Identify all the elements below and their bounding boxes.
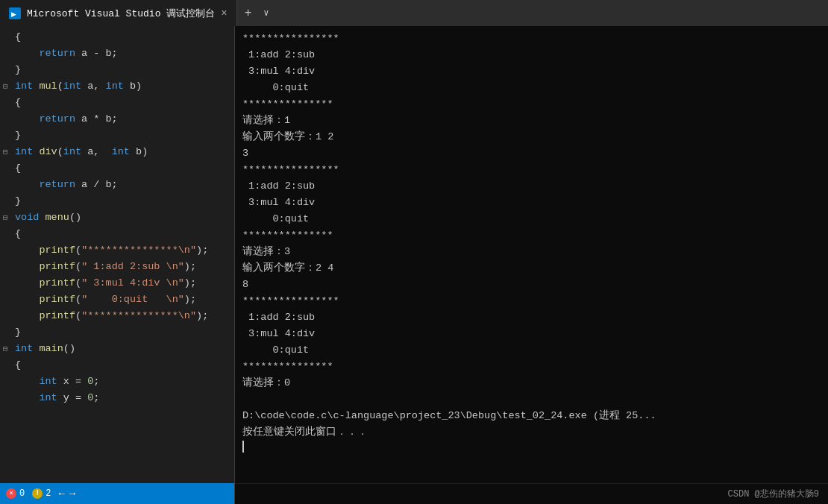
code-line: printf(" 0:quit \n"); xyxy=(0,292,234,308)
warning-count: 2 xyxy=(46,488,51,499)
fold-icon xyxy=(3,177,15,193)
terminal-line: 请选择：1 xyxy=(242,113,821,129)
tab-dropdown-button[interactable]: ∨ xyxy=(259,0,273,26)
svg-text:▶: ▶ xyxy=(11,10,16,18)
error-icon: ✕ xyxy=(6,488,16,499)
terminal-output[interactable]: **************** 1:add 2:sub 3:mul 4:div… xyxy=(235,26,828,483)
terminal-line: 0:quit xyxy=(242,80,821,96)
fold-icon xyxy=(3,127,15,144)
fold-icon xyxy=(3,95,15,111)
terminal-line: 0:quit xyxy=(242,342,821,359)
terminal-line: 3 xyxy=(242,145,821,162)
terminal-line: 8 xyxy=(242,277,821,293)
code-line: printf(" 1:add 2:sub \n"); xyxy=(0,259,234,275)
terminal-panel: **************** 1:add 2:sub 3:mul 4:div… xyxy=(235,26,828,504)
fold-icon xyxy=(3,275,15,292)
terminal-line: **************** xyxy=(242,31,821,47)
terminal-line: *************** xyxy=(242,359,821,375)
code-line: { xyxy=(0,160,234,177)
code-line: printf("***************\n"); xyxy=(0,308,234,324)
terminal-line: 1:add 2:sub xyxy=(242,309,821,326)
code-editor[interactable]: { return a - b; } ⊟ int mul(int a, int b… xyxy=(0,26,234,483)
terminal-line: 输入两个数字：1 2 xyxy=(242,129,821,145)
code-line: return a * b; xyxy=(0,111,234,127)
terminal-line: *************** xyxy=(242,96,821,113)
fold-icon xyxy=(3,324,15,341)
tab-label: Microsoft Visual Studio 调试控制台 xyxy=(27,7,215,20)
warning-status[interactable]: ! 2 xyxy=(32,488,51,499)
fold-icon[interactable]: ⊟ xyxy=(3,341,15,357)
terminal-line: 3:mul 4:div xyxy=(242,63,821,80)
fold-icon xyxy=(3,193,15,210)
code-line: } xyxy=(0,193,234,210)
active-tab[interactable]: ▶ Microsoft Visual Studio 调试控制台 × xyxy=(0,0,237,26)
tab-vs-icon: ▶ xyxy=(9,7,21,19)
status-bar: ✕ 0 ! 2 ← → xyxy=(0,483,234,504)
code-panel: { return a - b; } ⊟ int mul(int a, int b… xyxy=(0,26,235,504)
code-line: printf("***************\n"); xyxy=(0,242,234,259)
navigation-buttons: ← → xyxy=(58,488,75,500)
cursor xyxy=(242,441,244,453)
code-line: ⊟ int main() xyxy=(0,341,234,357)
back-button[interactable]: ← xyxy=(58,488,64,500)
fold-icon xyxy=(3,242,15,259)
code-line: ⊟ int div(int a, int b) xyxy=(0,144,234,160)
terminal-line xyxy=(242,391,821,408)
terminal-footer: CSDN @悲伤的猪大肠9 xyxy=(235,483,828,504)
watermark-text: CSDN @悲伤的猪大肠9 xyxy=(728,488,819,500)
terminal-line: 按任意键关闭此窗口．．． xyxy=(242,424,821,441)
code-line: { xyxy=(0,95,234,111)
terminal-line: 输入两个数字：2 4 xyxy=(242,260,821,277)
fold-icon[interactable] xyxy=(3,29,15,45)
fold-icon xyxy=(3,308,15,324)
fold-icon xyxy=(3,111,15,127)
fold-icon xyxy=(3,45,15,62)
code-line: printf(" 3:mul 4:div \n"); xyxy=(0,275,234,292)
new-tab-button[interactable]: + xyxy=(237,0,260,26)
error-status[interactable]: ✕ 0 xyxy=(6,488,25,499)
fold-icon xyxy=(3,292,15,308)
fold-icon[interactable]: ⊟ xyxy=(3,78,15,95)
tab-close-button[interactable]: × xyxy=(221,8,227,19)
code-line: ⊟ int mul(int a, int b) xyxy=(0,78,234,95)
fold-icon xyxy=(3,259,15,275)
fold-icon xyxy=(3,160,15,177)
code-line: ⊟ void menu() xyxy=(0,210,234,226)
code-line: return a - b; xyxy=(0,45,234,62)
main-content: { return a - b; } ⊟ int mul(int a, int b… xyxy=(0,26,828,504)
title-bar: ▶ Microsoft Visual Studio 调试控制台 × + ∨ xyxy=(0,0,828,26)
terminal-line: *************** xyxy=(242,227,821,244)
terminal-line: 1:add 2:sub xyxy=(242,47,821,63)
terminal-line: D:\code\code.c\c-language\project_23\Deb… xyxy=(242,408,821,424)
code-line: return a / b; xyxy=(0,177,234,193)
terminal-line: **************** xyxy=(242,293,821,309)
fold-icon[interactable]: ⊟ xyxy=(3,144,15,160)
code-line: { xyxy=(0,357,234,374)
code-line: { xyxy=(0,226,234,242)
fold-icon xyxy=(3,390,15,406)
code-line: int y = 0; xyxy=(0,390,234,406)
terminal-line: 请选择：3 xyxy=(242,244,821,260)
error-count: 0 xyxy=(19,488,25,499)
code-line: } xyxy=(0,62,234,78)
code-line: { xyxy=(0,29,234,45)
fold-icon xyxy=(3,62,15,78)
fold-icon xyxy=(3,226,15,242)
terminal-line: 3:mul 4:div xyxy=(242,195,821,211)
terminal-line: **************** xyxy=(242,162,821,178)
tab-bar: ▶ Microsoft Visual Studio 调试控制台 × + ∨ xyxy=(0,0,828,26)
terminal-line: 3:mul 4:div xyxy=(242,326,821,342)
fold-icon[interactable]: ⊟ xyxy=(3,210,15,226)
terminal-line: 请选择：0 xyxy=(242,375,821,391)
code-line: } xyxy=(0,324,234,341)
forward-button[interactable]: → xyxy=(69,488,75,500)
terminal-cursor-line xyxy=(242,441,821,453)
fold-icon xyxy=(3,374,15,390)
terminal-line: 0:quit xyxy=(242,211,821,227)
fold-icon xyxy=(3,357,15,374)
warning-icon: ! xyxy=(32,488,43,499)
code-line: int x = 0; xyxy=(0,374,234,390)
code-line: } xyxy=(0,127,234,144)
terminal-line: 1:add 2:sub xyxy=(242,178,821,195)
